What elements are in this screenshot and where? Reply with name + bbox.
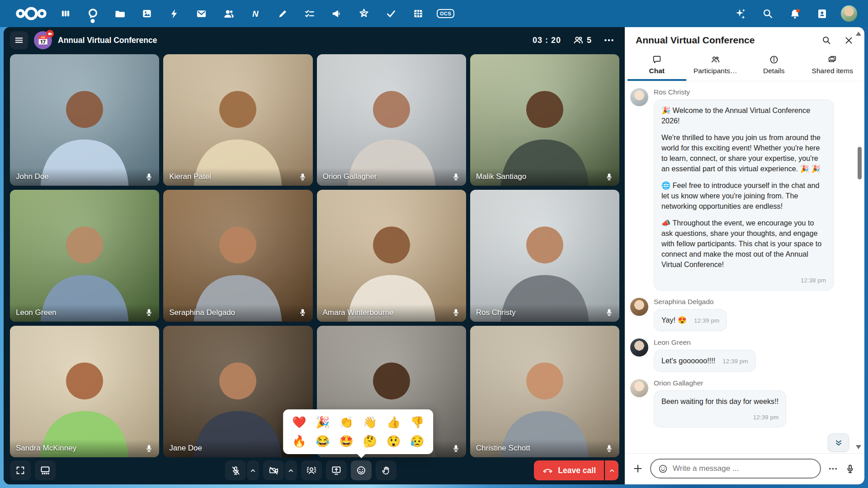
reaction-emoji[interactable]: 🔥 [292, 436, 306, 447]
share-screen-button[interactable] [326, 460, 347, 480]
notifications-bell-icon[interactable] [787, 4, 803, 23]
notes-icon[interactable] [274, 4, 291, 23]
fullscreen-button[interactable] [10, 460, 31, 480]
tile-participant-name: Orion Gallagher [323, 172, 377, 181]
microphone-muted-button[interactable] [225, 460, 246, 480]
reaction-emoji[interactable]: 👋 [363, 417, 377, 428]
files-icon[interactable] [111, 4, 128, 23]
call-controls: ❤️ 🎉 👏 👋 👍 👎 🔥 😂 🤩 🤔 😲 😥 [225, 460, 396, 480]
news-icon[interactable]: N [247, 4, 264, 23]
view-controls [10, 460, 56, 480]
voice-message-icon[interactable] [845, 464, 855, 474]
video-tile[interactable]: Orion Gallagher [317, 54, 466, 186]
video-tile[interactable]: Amara Winterbourne [317, 190, 466, 321]
scrollbar-thumb[interactable] [858, 147, 862, 179]
check-app-icon[interactable] [382, 4, 400, 23]
reaction-emoji[interactable]: 🤩 [340, 436, 354, 447]
sidebar-title: Annual Virtual Conference [636, 35, 809, 46]
leave-options-chevron-icon[interactable] [605, 460, 618, 480]
announcements-icon[interactable] [328, 4, 345, 23]
reaction-emoji[interactable]: 🤔 [363, 436, 377, 447]
video-tile[interactable]: Kieran Patel [163, 54, 312, 186]
chat-messages[interactable]: Ros Christy 🎉 Welcome to the Annual Virt… [625, 81, 864, 454]
tile-mic-icon [452, 308, 460, 317]
reaction-emoji[interactable]: 👍 [387, 417, 401, 428]
message-avatar[interactable] [630, 298, 648, 316]
blur-background-button[interactable] [301, 460, 322, 480]
emoji-picker-icon[interactable] [658, 464, 668, 474]
tab-shared-items[interactable]: Shared items [803, 51, 862, 81]
chat-message: Seraphina Delgado Yay! 😍12:39 pm [630, 294, 851, 334]
message-more-icon[interactable] [828, 464, 838, 474]
photos-icon[interactable] [138, 4, 156, 23]
dashboard-icon[interactable] [57, 4, 74, 23]
video-tile[interactable]: Leon Green [10, 190, 159, 321]
reactions-popup: ❤️ 🎉 👏 👋 👍 👎 🔥 😂 🤩 🤔 😲 😥 [283, 409, 433, 454]
scroll-to-bottom-button[interactable] [828, 433, 849, 452]
reaction-emoji[interactable]: 👏 [340, 417, 354, 428]
tab-chat[interactable]: Chat [627, 51, 686, 81]
talk-icon[interactable] [84, 4, 101, 23]
message-bubble[interactable]: Let's goooooo!!!!12:39 pm [654, 350, 756, 372]
sidebar-close-icon[interactable] [844, 36, 854, 45]
message-author: Leon Green [654, 338, 756, 347]
video-tile[interactable]: Christine Schott [470, 326, 619, 457]
reaction-emoji[interactable]: 😂 [316, 436, 330, 447]
scrollbar-down-arrow[interactable] [856, 445, 861, 449]
reaction-emoji[interactable]: 😲 [387, 436, 401, 447]
ocs-badge[interactable]: OCS [437, 9, 454, 18]
reaction-emoji[interactable]: ❤️ [292, 417, 306, 428]
reaction-emoji[interactable]: 👎 [410, 417, 424, 428]
mic-options-chevron-icon[interactable] [247, 460, 259, 480]
tile-mic-icon [298, 173, 307, 181]
contacts-menu-icon[interactable] [814, 4, 830, 23]
reaction-emoji[interactable]: 🎉 [316, 417, 330, 428]
message-avatar[interactable] [630, 88, 648, 106]
mail-icon[interactable] [193, 4, 210, 23]
camera-options-chevron-icon[interactable] [285, 460, 297, 480]
scrollbar-up-arrow[interactable] [856, 32, 861, 36]
reactions-button[interactable] [351, 460, 372, 480]
camera-off-button[interactable] [263, 460, 284, 480]
tab-details[interactable]: Details [745, 51, 803, 81]
search-icon[interactable] [760, 4, 776, 23]
contacts-icon[interactable] [220, 4, 237, 23]
tables-icon[interactable] [410, 4, 427, 23]
sidebar-search-icon[interactable] [821, 35, 831, 45]
chat-icon [652, 55, 662, 65]
message-bubble[interactable]: Yay! 😍12:39 pm [654, 309, 727, 331]
message-bubble[interactable]: 🎉 Welcome to the Annual Virtual Conferen… [654, 99, 834, 291]
message-avatar[interactable] [630, 379, 648, 397]
message-input-bar [625, 453, 864, 484]
raise-hand-button[interactable] [376, 460, 396, 480]
video-tile[interactable]: Malik Santiago [470, 54, 619, 186]
user-avatar[interactable] [841, 5, 857, 22]
video-tile[interactable]: Seraphina Delgado [163, 190, 312, 321]
activity-icon[interactable] [165, 4, 183, 23]
details-icon [769, 55, 779, 65]
tile-nameplate: Amara Winterbourne [317, 304, 466, 322]
leave-call-button[interactable]: Leave call [534, 460, 604, 480]
attach-plus-icon[interactable] [632, 463, 643, 474]
video-tile[interactable]: Ros Christy [470, 190, 619, 321]
nextcloud-logo[interactable] [15, 5, 47, 22]
message-input[interactable] [673, 464, 813, 473]
ai-assistant-icon[interactable] [732, 4, 749, 23]
message-avatar[interactable] [630, 338, 648, 357]
tasks-icon[interactable] [301, 4, 318, 23]
video-call-badge-icon [46, 30, 54, 38]
participants-icon [710, 55, 720, 65]
grid-view-button[interactable] [35, 460, 56, 480]
svg-text:N: N [252, 9, 259, 19]
tile-mic-icon [145, 444, 153, 453]
menu-hamburger-button[interactable] [10, 31, 28, 49]
reaction-emoji[interactable]: 😥 [410, 436, 424, 447]
video-tile[interactable]: Sandra McKinney [10, 326, 159, 457]
tab-participants[interactable]: Participants… [686, 51, 745, 81]
participant-count[interactable]: 5 [573, 35, 591, 46]
star-app-icon[interactable] [355, 4, 373, 23]
tile-participant-name: Sandra McKinney [16, 444, 76, 453]
video-tile[interactable]: John Doe [10, 54, 159, 186]
call-more-menu-icon[interactable] [603, 34, 615, 46]
message-bubble[interactable]: Been waiting for this day for weeks!!12:… [654, 390, 786, 427]
